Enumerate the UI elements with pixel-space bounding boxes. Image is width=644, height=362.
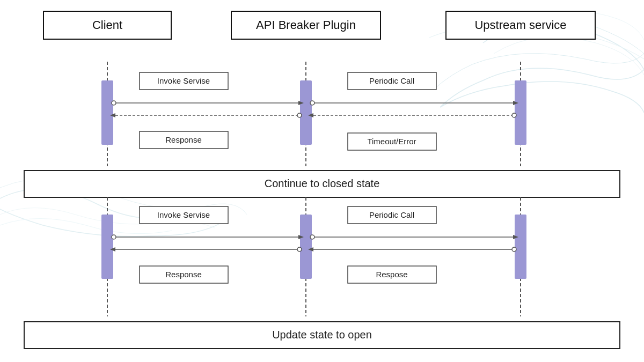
svg-text:Invoke Servise: Invoke Servise <box>157 76 210 85</box>
lifebar-client-1 <box>101 80 113 145</box>
svg-point-17 <box>310 101 314 105</box>
svg-point-10 <box>297 113 302 117</box>
svg-text:Periodic Call: Periodic Call <box>369 76 414 85</box>
lifebar-plugin-2 <box>300 215 312 279</box>
svg-point-42 <box>310 235 314 239</box>
svg-text:Response: Response <box>165 135 202 144</box>
lifebar-plugin-1 <box>300 80 312 145</box>
svg-text:Timeout/Error: Timeout/Error <box>367 137 416 146</box>
svg-point-45 <box>512 247 516 252</box>
svg-point-7 <box>112 101 116 105</box>
svg-text:Update state to open: Update state to open <box>272 329 372 341</box>
lifebar-upstream-1 <box>515 80 526 145</box>
svg-text:Invoke Servise: Invoke Servise <box>157 210 210 219</box>
svg-text:Response: Response <box>165 270 202 279</box>
diagram-svg: Invoke Servise Response Periodic Call <box>0 0 644 362</box>
svg-point-32 <box>112 235 116 239</box>
svg-text:Respose: Respose <box>376 270 407 279</box>
svg-text:Periodic Call: Periodic Call <box>369 210 414 219</box>
content: Client API Breaker Plugin Upstream servi… <box>0 0 644 362</box>
svg-point-20 <box>512 113 516 117</box>
svg-text:Continue to closed state: Continue to closed state <box>265 178 380 189</box>
lifebar-upstream-2 <box>515 215 526 279</box>
lifebar-client-2 <box>101 215 113 279</box>
diagram-container: Client API Breaker Plugin Upstream servi… <box>0 0 644 362</box>
svg-point-35 <box>297 247 302 252</box>
